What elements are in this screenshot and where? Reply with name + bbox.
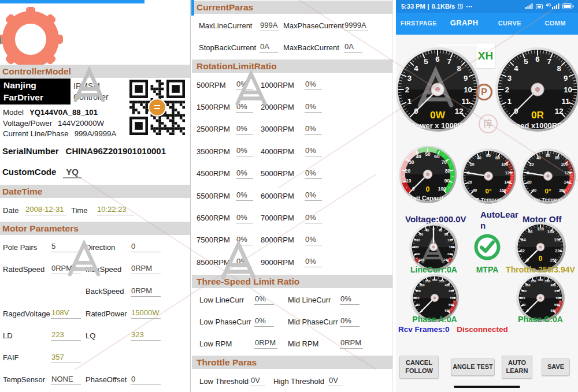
autolearn-readout: AutoLearn [480,209,518,231]
field-value[interactable]: 9999A [344,21,368,31]
brand-box: Nanjing FarDriver [0,79,71,104]
motor-parameters-rows: Pole Pairs5Direction0RatedSpeed0RPMMaxSp… [0,236,190,391]
field-value[interactable]: 0 [131,375,161,385]
tab-graph[interactable]: GRAPH [442,13,487,35]
field-label: FAIF [3,353,51,362]
field-value[interactable]: 0% [236,102,253,113]
svg-text:200: 200 [419,283,424,287]
mtpa-readout: MTPA [470,265,505,274]
svg-text:9: 9 [564,74,568,83]
svg-text:5: 5 [524,57,528,66]
field-value[interactable]: 0% [305,235,322,245]
tab-firstpage[interactable]: FIRSTPAGE [396,13,442,35]
tab-curve[interactable]: CURVE [487,13,533,35]
svg-text:80: 80 [445,169,451,174]
field-value[interactable]: 0% [305,146,322,156]
field-value[interactable]: 0% [236,80,253,90]
svg-text:6: 6 [435,55,439,64]
field-value[interactable]: 0% [254,316,274,327]
field-value[interactable]: 0% [305,191,322,201]
current-line-phase-value: 999A/9999A [75,129,117,138]
field-value[interactable]: 108V [51,308,81,319]
field-value[interactable]: 0RPM [340,338,363,349]
param-row: StopBackCurrent0AMaxBackCurrent0A [192,37,392,59]
tab-comm[interactable]: COMM [532,13,578,35]
param-row: 2500RPM0%3000RPM0% [192,118,392,140]
field-value[interactable]: 0RPM [131,264,161,274]
field-value[interactable]: 0V [328,376,343,386]
svg-text:550: 550 [554,303,560,307]
field-value[interactable]: 0% [236,124,253,135]
field-value[interactable]: 0RPM [131,286,161,297]
svg-text:40: 40 [536,156,541,160]
field-value[interactable]: NONE [51,375,81,385]
left-panel: ControllerModel Nanjing FarDriver IPMSM … [0,0,191,392]
svg-text:10: 10 [564,85,572,94]
field-value[interactable]: 0% [340,316,360,327]
svg-text:30: 30 [409,160,414,165]
throttle-paras-rows: Low Threshold0VHigh Threshold0V [192,370,392,392]
field-value[interactable]: 0% [236,235,253,245]
field-value[interactable]: 0% [236,146,253,156]
svg-text:200: 200 [447,252,453,256]
svg-text:Batt Capacity: Batt Capacity [409,195,447,201]
field-value[interactable]: 223 [51,330,81,341]
svg-text:200: 200 [525,283,530,287]
field-value[interactable]: 357 [51,353,81,363]
field-value[interactable]: 0% [305,257,322,267]
field-value[interactable]: 999A [260,21,279,31]
field-value[interactable]: 0% [236,169,253,179]
datetime-rows: Date2008-12-31Time10:22:23 [0,203,190,217]
media-icon [536,4,543,9]
speed-gauge: 01234567891011120RSpeed x1000RPM [494,46,578,133]
custom-code-value[interactable]: YQ [63,167,81,178]
field-value[interactable]: 0% [236,213,253,223]
field-value[interactable]: 15000W [131,308,161,319]
field-value[interactable]: 0% [236,257,253,267]
field-value[interactable]: 0RPM [254,338,277,349]
svg-text:120: 120 [447,238,453,242]
field-label: RagedVoltage [3,309,51,318]
param-row: BackSpeed0RPM [0,281,190,303]
field-value[interactable]: 0A [344,42,362,53]
field-value[interactable]: 0A [260,42,278,53]
save-button[interactable]: SAVE [542,359,570,376]
field-value[interactable]: 0V [250,376,265,386]
field-label: LQ [86,331,131,340]
field-label: 2000RPM [261,103,305,111]
svg-text:8: 8 [557,64,561,73]
field-value[interactable]: 323 [131,330,161,341]
svg-text:3: 3 [407,74,412,83]
field-value[interactable]: 0% [305,213,322,223]
svg-text:80: 80 [555,156,560,160]
field-value[interactable]: 2008-12-31 [25,205,66,215]
svg-text:20: 20 [529,162,534,166]
field-value[interactable]: 0% [236,191,253,201]
field-label: 3500RPM [197,147,236,156]
phase-c-readout: Phase C:0A [516,315,565,324]
field-label: MaxLineCurrent [199,21,260,30]
phone-tab-bar: FIRSTPAGE GRAPH CURVE COMM [396,13,578,35]
field-value[interactable]: 0% [340,294,360,305]
field-label: MaxSpeed [86,265,131,274]
field-value[interactable]: 5 [51,242,81,252]
svg-text:0: 0 [539,255,543,263]
serial-number-row: SerialNumberCHINA96Z201901010001 [2,146,166,156]
field-value[interactable]: 0RPM [51,264,81,274]
field-value[interactable]: 0 [131,242,161,252]
field-value[interactable]: 0% [305,80,322,90]
field-value[interactable]: 0% [305,124,322,135]
auto-learn-button[interactable]: AUTO LEARN [502,356,532,379]
field-value[interactable]: 10:22:23 [97,205,134,215]
cancel-follow-button[interactable]: CANCEL FOLLOW [399,356,439,379]
field-label: 4000RPM [261,147,305,156]
section-header-throttle-paras: Throttle Paras [192,356,392,369]
param-row: Date2008-12-31Time10:22:23 [0,203,190,217]
svg-text:500: 500 [450,296,455,300]
field-value[interactable]: 0% [254,294,274,305]
field-value[interactable]: 0% [305,102,322,113]
field-value[interactable]: 0% [305,169,322,179]
angle-test-button[interactable]: ANGLE TEST [451,359,495,376]
svg-text:140: 140 [564,180,570,184]
svg-text:350: 350 [439,279,444,283]
